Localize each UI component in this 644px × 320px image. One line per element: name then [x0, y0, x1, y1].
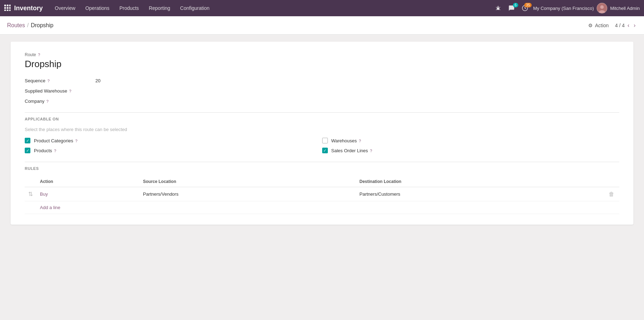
rules-title: RULES: [25, 166, 619, 171]
destination-location-cell: Partners/Customers: [356, 187, 605, 201]
warehouses-help-icon[interactable]: ?: [359, 139, 361, 143]
warehouses-label: Warehouses ?: [331, 138, 361, 143]
breadcrumb-current: Dropship: [31, 22, 53, 29]
product-categories-label: Product Categories ?: [34, 138, 77, 143]
drag-col-header: [25, 176, 36, 187]
svg-line-13: [496, 10, 497, 10]
bug-icon-btn[interactable]: [493, 4, 503, 13]
breadcrumb-separator: /: [27, 22, 29, 29]
nav-operations[interactable]: Operations: [80, 0, 114, 16]
svg-rect-5: [9, 7, 11, 9]
products-row: ✓ Products ?: [25, 148, 322, 153]
clock-badge: 35: [524, 3, 532, 7]
nav-overview[interactable]: Overview: [50, 0, 80, 16]
nav-products[interactable]: Products: [114, 0, 144, 16]
pagination: 4 / 4 ‹ ›: [615, 22, 637, 29]
svg-point-9: [497, 7, 500, 10]
gear-icon: ⚙: [588, 23, 593, 28]
svg-rect-4: [7, 7, 8, 9]
breadcrumb-parent[interactable]: Routes: [7, 22, 25, 29]
product-categories-help-icon[interactable]: ?: [75, 139, 77, 143]
action-col-header: Action: [36, 176, 140, 187]
supplied-warehouse-label: Supplied Warehouse ?: [25, 88, 95, 94]
pagination-next[interactable]: ›: [632, 22, 637, 29]
breadcrumb: Routes / Dropship: [7, 22, 53, 29]
company-field: Company ?: [25, 99, 619, 104]
products-label: Products ?: [34, 148, 56, 153]
supplied-warehouse-help-icon[interactable]: ?: [69, 89, 71, 93]
applicable-on-section: APPLICABLE ON: [25, 112, 619, 121]
products-checkbox[interactable]: ✓: [25, 148, 30, 153]
svg-rect-6: [4, 10, 6, 11]
action-cell: Buy: [36, 187, 140, 201]
product-categories-checkbox[interactable]: ✓: [25, 138, 30, 143]
pagination-prev[interactable]: ‹: [626, 22, 631, 29]
route-title: Dropship: [25, 59, 619, 70]
product-categories-row: ✓ Product Categories ?: [25, 138, 322, 143]
applicable-on-title: APPLICABLE ON: [25, 117, 619, 121]
company-help-icon[interactable]: ?: [46, 99, 48, 103]
svg-rect-0: [4, 5, 6, 6]
add-line-cell[interactable]: Add a line: [36, 201, 619, 214]
top-navigation: Inventory Overview Operations Products R…: [0, 0, 644, 16]
user-avatar[interactable]: [597, 3, 607, 13]
company-label: Company ?: [25, 99, 95, 104]
svg-point-17: [600, 5, 604, 9]
warehouses-checkbox[interactable]: [322, 138, 328, 143]
supplied-warehouse-field: Supplied Warehouse ?: [25, 88, 619, 94]
breadcrumb-bar: Routes / Dropship ⚙ Action 4 / 4 ‹ ›: [0, 16, 644, 35]
source-location-cell: Partners/Vendors: [140, 187, 356, 201]
add-line-link[interactable]: Add a line: [40, 205, 60, 210]
chat-icon-btn[interactable]: 6: [506, 4, 517, 13]
action-button[interactable]: ⚙ Action: [585, 21, 611, 30]
sales-order-lines-help-icon[interactable]: ?: [370, 149, 372, 153]
nav-menu: Overview Operations Products Reporting C…: [50, 0, 493, 16]
sequence-field: Sequence ? 20: [25, 78, 619, 83]
action-label: Action: [595, 23, 609, 28]
rules-table: Action Source Location Destination Locat…: [25, 176, 619, 214]
action-link[interactable]: Buy: [40, 191, 48, 197]
table-row: ⇅ Buy Partners/Vendors Partners/Customer…: [25, 187, 619, 201]
warehouses-row: Warehouses ?: [322, 138, 620, 143]
form-card: Route ? Dropship Sequence ? 20 Supplied …: [11, 42, 633, 225]
applicable-on-grid: ✓ Product Categories ? Warehouses ? ✓ Pr…: [25, 138, 619, 153]
clock-icon-btn[interactable]: 35: [520, 4, 530, 13]
sequence-value[interactable]: 20: [95, 78, 100, 83]
sequence-label: Sequence ?: [25, 78, 95, 83]
svg-line-11: [496, 7, 497, 8]
company-name[interactable]: My Company (San Francisco): [533, 6, 594, 11]
route-help-icon[interactable]: ?: [38, 53, 40, 57]
drag-handle-cell[interactable]: ⇅: [25, 187, 36, 201]
add-line-row[interactable]: Add a line: [25, 201, 619, 214]
grid-icon[interactable]: [4, 5, 11, 12]
sales-order-lines-checkbox[interactable]: ✓: [322, 148, 328, 153]
applicable-on-hint: Select the places where this route can b…: [25, 127, 619, 132]
products-help-icon[interactable]: ?: [54, 149, 56, 153]
user-name[interactable]: Mitchell Admin: [610, 6, 640, 11]
breadcrumb-actions: ⚙ Action 4 / 4 ‹ ›: [585, 21, 637, 30]
svg-rect-2: [9, 5, 11, 6]
app-title[interactable]: Inventory: [14, 5, 43, 12]
svg-rect-1: [7, 5, 8, 6]
svg-rect-3: [4, 7, 6, 9]
pagination-count: 4 / 4: [615, 23, 625, 28]
rules-header-row: Action Source Location Destination Locat…: [25, 176, 619, 187]
nav-reporting[interactable]: Reporting: [144, 0, 175, 16]
drag-handle-icon[interactable]: ⇅: [28, 191, 33, 197]
sales-order-lines-label: Sales Order Lines ?: [331, 148, 372, 153]
svg-rect-7: [7, 10, 8, 11]
destination-location-value: Partners/Customers: [360, 191, 401, 197]
destination-location-col-header: Destination Location: [356, 176, 605, 187]
chat-badge: 6: [513, 3, 519, 7]
nav-configuration[interactable]: Configuration: [175, 0, 214, 16]
main-content: Route ? Dropship Sequence ? 20 Supplied …: [0, 35, 644, 232]
route-label: Route ?: [25, 52, 619, 57]
delete-row-icon[interactable]: 🗑: [609, 191, 614, 197]
svg-rect-8: [9, 10, 11, 11]
nav-right: 6 35 My Company (San Francisco) Mitchell…: [493, 3, 640, 13]
svg-line-14: [500, 10, 500, 10]
rules-section: RULES: [25, 162, 619, 171]
sequence-help-icon[interactable]: ?: [47, 79, 49, 83]
delete-cell[interactable]: 🗑: [605, 187, 619, 201]
source-location-value: Partners/Vendors: [143, 191, 178, 197]
